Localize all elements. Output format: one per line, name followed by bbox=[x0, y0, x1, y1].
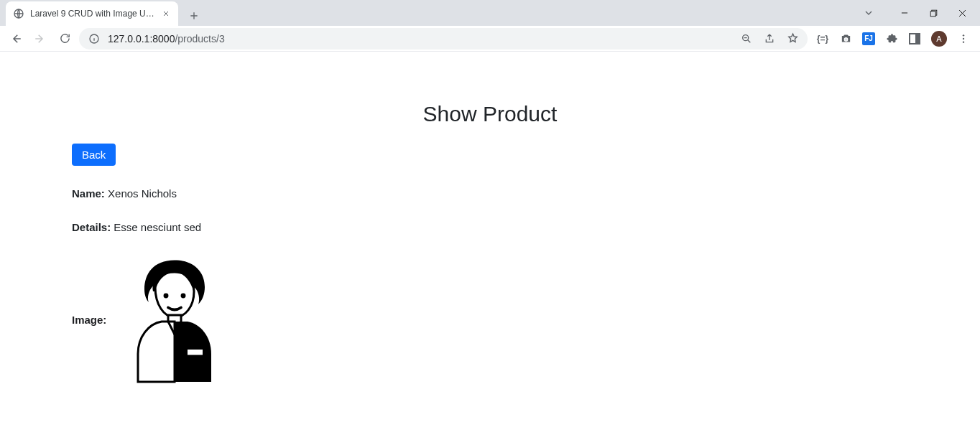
svg-point-7 bbox=[963, 37, 964, 39]
page-heading: Show Product bbox=[72, 102, 908, 126]
svg-rect-12 bbox=[188, 350, 203, 355]
back-button[interactable]: Back bbox=[72, 144, 116, 166]
omnibox-actions bbox=[740, 32, 799, 45]
share-icon[interactable] bbox=[763, 32, 776, 45]
field-name: Name: Xenos Nichols bbox=[72, 187, 908, 200]
svg-rect-2 bbox=[930, 11, 935, 16]
new-tab-button[interactable] bbox=[184, 6, 204, 26]
url-host: 127.0.0.1:8000 bbox=[108, 33, 175, 44]
forward-nav-button[interactable] bbox=[30, 29, 50, 49]
bookmark-star-icon[interactable] bbox=[786, 32, 799, 45]
svg-point-5 bbox=[844, 38, 847, 41]
svg-point-8 bbox=[963, 41, 964, 42]
close-tab-icon[interactable] bbox=[161, 9, 171, 19]
chevron-down-icon[interactable] bbox=[862, 6, 875, 19]
product-image bbox=[121, 255, 228, 384]
extensions-puzzle-icon[interactable] bbox=[885, 32, 898, 45]
svg-point-9 bbox=[164, 294, 169, 299]
camera-icon[interactable] bbox=[839, 32, 852, 45]
name-label: Name: bbox=[72, 187, 105, 200]
reload-button[interactable] bbox=[55, 29, 75, 49]
page-content: Show Product Back Name: Xenos Nichols De… bbox=[0, 52, 980, 384]
details-label: Details: bbox=[72, 221, 111, 233]
details-value: Esse nesciunt sed bbox=[114, 221, 201, 233]
brackets-icon[interactable]: {=} bbox=[816, 32, 829, 45]
minimize-button[interactable] bbox=[898, 6, 911, 19]
info-icon[interactable] bbox=[88, 32, 101, 45]
browser-tab[interactable]: Laravel 9 CRUD with Image Uploa bbox=[6, 1, 178, 26]
back-nav-button[interactable] bbox=[6, 29, 26, 49]
url-path: /products/3 bbox=[175, 33, 224, 44]
window-controls bbox=[862, 0, 980, 26]
tab-strip: Laravel 9 CRUD with Image Uploa bbox=[0, 0, 980, 26]
maximize-button[interactable] bbox=[927, 6, 940, 19]
kebab-menu-icon[interactable] bbox=[957, 32, 970, 45]
zoom-icon[interactable] bbox=[740, 32, 753, 45]
tab-title: Laravel 9 CRUD with Image Uploa bbox=[30, 9, 155, 19]
toolbar-right: {=} FJ A bbox=[812, 31, 974, 47]
name-value: Xenos Nichols bbox=[108, 187, 177, 200]
profile-avatar[interactable]: A bbox=[931, 31, 947, 47]
browser-toolbar: 127.0.0.1:8000/products/3 {=} FJ A bbox=[0, 26, 980, 52]
address-bar[interactable]: 127.0.0.1:8000/products/3 bbox=[79, 28, 808, 50]
field-details: Details: Esse nesciunt sed bbox=[72, 221, 908, 233]
field-image: Image: bbox=[72, 255, 908, 384]
close-window-button[interactable] bbox=[956, 6, 969, 19]
side-panel-icon[interactable] bbox=[908, 32, 921, 45]
extension-badge[interactable]: FJ bbox=[862, 32, 875, 45]
url-text: 127.0.0.1:8000/products/3 bbox=[108, 33, 225, 44]
svg-point-6 bbox=[963, 34, 964, 36]
svg-point-10 bbox=[181, 294, 186, 299]
image-label: Image: bbox=[72, 314, 106, 326]
globe-icon bbox=[13, 8, 24, 19]
